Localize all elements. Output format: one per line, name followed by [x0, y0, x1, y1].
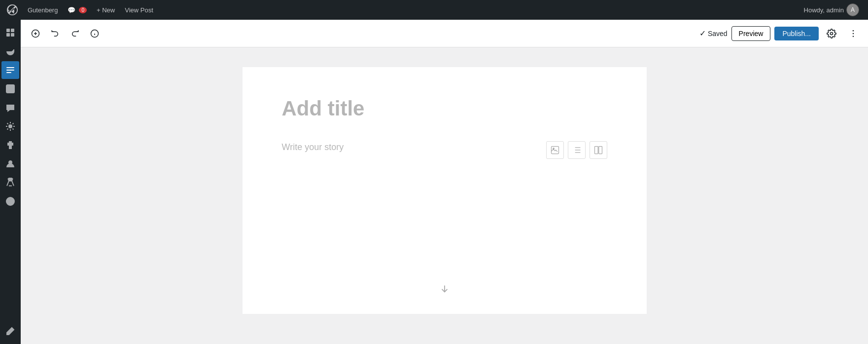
sidebar-item-updates[interactable] — [1, 42, 19, 60]
undo-button[interactable] — [46, 25, 64, 42]
publish-label: Publish... — [782, 30, 811, 38]
wp-logo[interactable] — [5, 2, 20, 17]
sidebar-item-media[interactable] — [1, 80, 19, 98]
admin-bar-right: Howdy, admin A — [800, 3, 863, 16]
preview-label: Preview — [739, 30, 764, 38]
admin-bar-new[interactable]: + New — [93, 0, 119, 20]
svg-rect-1 — [11, 29, 14, 32]
avatar: A — [846, 3, 859, 16]
sidebar-item-users[interactable] — [1, 155, 19, 173]
preview-button[interactable]: Preview — [731, 26, 771, 41]
content-field[interactable]: Write your story — [282, 140, 536, 153]
editor-content[interactable]: Add title Write your story — [21, 47, 868, 344]
admin-bar-view-post[interactable]: View Post — [121, 0, 157, 20]
svg-rect-29 — [598, 147, 602, 154]
svg-point-19 — [853, 36, 854, 37]
sidebar-item-edit[interactable] — [1, 322, 19, 340]
title-field[interactable]: Add title — [282, 97, 607, 120]
toolbar-right: ✓ Saved Preview Publish... — [699, 25, 862, 42]
redo-button[interactable] — [66, 25, 84, 42]
howdy-label: Howdy, admin — [804, 6, 844, 14]
svg-point-17 — [853, 30, 854, 31]
comment-icon: 💬 — [68, 6, 75, 14]
insert-image-button[interactable] — [546, 141, 564, 159]
content-area: Write your story — [282, 140, 607, 159]
content-icons — [546, 140, 607, 159]
publish-button[interactable]: Publish... — [774, 27, 819, 40]
svg-rect-28 — [594, 147, 598, 154]
svg-point-16 — [831, 32, 833, 35]
info-button[interactable] — [86, 25, 104, 42]
new-label: + New — [97, 6, 115, 14]
svg-point-5 — [9, 125, 12, 128]
editor-toolbar: ✓ Saved Preview Publish... — [21, 20, 868, 47]
insert-columns-button[interactable] — [590, 141, 607, 159]
site-name-label: Gutenberg — [28, 6, 58, 14]
sidebar-item-posts[interactable] — [1, 61, 19, 79]
view-post-label: View Post — [125, 6, 153, 14]
admin-bar-comments[interactable]: 💬 0 — [64, 0, 91, 20]
svg-rect-2 — [6, 33, 10, 37]
admin-bar: Gutenberg 💬 0 + New View Post Howdy, adm… — [0, 0, 868, 20]
svg-point-18 — [853, 33, 854, 34]
saved-label: Saved — [708, 30, 728, 38]
svg-rect-3 — [11, 33, 14, 37]
svg-rect-0 — [6, 29, 10, 32]
admin-bar-howdy[interactable]: Howdy, admin A — [800, 3, 863, 16]
settings-button[interactable] — [823, 25, 840, 42]
add-block-button[interactable] — [27, 25, 44, 42]
sidebar-item-plugins[interactable] — [1, 136, 19, 154]
comment-count: 0 — [79, 7, 87, 13]
editor-bottom-arrow — [434, 278, 455, 299]
sidebar-item-addnew[interactable] — [1, 192, 19, 210]
saved-status: ✓ Saved — [699, 29, 728, 38]
sidebar-item-comments[interactable] — [1, 99, 19, 116]
insert-list-button[interactable] — [568, 141, 586, 159]
saved-checkmark: ✓ — [699, 29, 706, 38]
editor-canvas: Add title Write your story — [243, 67, 647, 314]
more-options-button[interactable] — [844, 25, 862, 42]
admin-bar-site-name[interactable]: Gutenberg — [24, 0, 62, 20]
editor-wrapper: ✓ Saved Preview Publish... — [21, 20, 868, 344]
sidebar-item-tools[interactable] — [1, 174, 19, 191]
sidebar — [0, 20, 21, 344]
sidebar-item-appearance[interactable] — [1, 117, 19, 135]
main-layout: ✓ Saved Preview Publish... — [0, 20, 868, 344]
sidebar-item-dashboard[interactable] — [1, 24, 19, 41]
